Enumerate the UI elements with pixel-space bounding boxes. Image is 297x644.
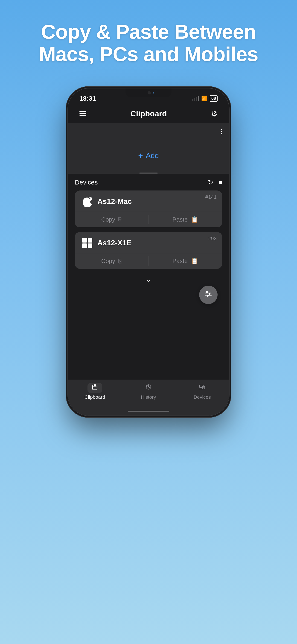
tab-icon-wrap-clipboard	[88, 383, 102, 393]
devices-actions: ↻ ≡	[208, 179, 222, 186]
tab-devices[interactable]: Devices	[186, 383, 218, 400]
paste-label-mac: Paste	[172, 216, 188, 223]
add-plus-icon: +	[138, 151, 143, 160]
battery-indicator: 68	[210, 95, 218, 102]
copy-icon-windows: ⎘	[118, 258, 122, 265]
status-right: 📶 68	[192, 95, 218, 102]
sliders-icon	[204, 290, 212, 300]
device-name-mac: As12-Mac	[98, 197, 132, 206]
devices-tab-icon	[199, 384, 205, 392]
clipboard-top-section: + Add	[68, 123, 229, 174]
status-bar: 18:31 📶 68	[68, 88, 229, 104]
hero-title: Copy & Paste Between Macs, PCs and Mobil…	[0, 21, 297, 66]
tab-bar: Clipboard	[68, 380, 229, 407]
phone-screen: 18:31 📶 68	[68, 88, 229, 416]
wifi-icon: 📶	[201, 96, 208, 102]
section-divider	[139, 172, 158, 174]
device-name-windows: As12-X1E	[98, 238, 132, 247]
device-id-mac: #141	[205, 194, 217, 200]
windows-device-icon	[81, 237, 93, 249]
filter-button[interactable]: ≡	[219, 179, 222, 186]
tab-clipboard[interactable]: Clipboard	[79, 383, 111, 400]
notch-sensor	[153, 92, 154, 94]
svg-point-5	[207, 295, 208, 297]
apple-device-icon	[81, 196, 93, 208]
home-indicator	[68, 407, 229, 416]
notch	[126, 88, 172, 97]
tab-icon-wrap-history	[141, 383, 156, 393]
copy-label-windows: Copy	[101, 258, 115, 265]
tab-label-clipboard: Clipboard	[84, 394, 105, 400]
notch-camera	[148, 91, 151, 94]
tab-history[interactable]: History	[132, 383, 164, 400]
device-actions-windows: Copy ⎘ Paste 📋	[75, 253, 222, 269]
device-card-windows: As12-X1E #93 Copy ⎘ Paste 📋	[75, 232, 222, 269]
paste-icon-mac: 📋	[191, 216, 198, 223]
copy-icon-mac: ⎘	[118, 216, 122, 223]
phone-mockup: 18:31 📶 68	[68, 88, 229, 416]
devices-header: Devices ↻ ≡	[75, 174, 222, 190]
device-actions-mac: Copy ⎘ Paste 📋	[75, 212, 222, 227]
paste-label-windows: Paste	[172, 258, 188, 265]
devices-section: Devices ↻ ≡	[68, 174, 229, 380]
copy-label-mac: Copy	[101, 216, 115, 223]
svg-point-1	[206, 291, 208, 293]
more-options-button[interactable]	[221, 127, 222, 136]
content-area: + Add Devices ↻ ≡	[68, 123, 229, 416]
settings-icon[interactable]: ⚙	[211, 110, 218, 118]
refresh-button[interactable]: ↻	[208, 179, 213, 186]
device-card-top-mac: As12-Mac #141	[75, 190, 222, 212]
paste-button-windows[interactable]: Paste 📋	[148, 253, 222, 269]
clipboard-tab-icon	[92, 384, 98, 392]
copy-button-windows[interactable]: Copy ⎘	[75, 253, 148, 269]
expand-button[interactable]: ⌄	[75, 274, 222, 286]
device-id-windows: #93	[208, 236, 217, 242]
home-bar	[128, 411, 169, 412]
paste-button-mac[interactable]: Paste 📋	[148, 212, 222, 227]
signal-dots-icon	[192, 96, 199, 101]
tab-label-devices: Devices	[194, 394, 211, 400]
add-label: Add	[146, 151, 159, 160]
status-time: 18:31	[80, 95, 96, 102]
settings-sliders-fab[interactable]	[199, 286, 218, 304]
history-tab-icon	[145, 384, 152, 392]
svg-rect-7	[94, 384, 96, 386]
phone-shell: 18:31 📶 68	[68, 88, 229, 416]
add-button[interactable]: + Add	[68, 151, 229, 160]
devices-label: Devices	[75, 179, 98, 186]
device-card-top-windows: As12-X1E #93	[75, 232, 222, 253]
menu-button[interactable]	[80, 111, 86, 116]
tab-label-history: History	[141, 394, 156, 400]
device-card-mac: As12-Mac #141 Copy ⎘ Paste 📋	[75, 190, 222, 227]
navigation-bar: Clipboard ⚙	[68, 104, 229, 123]
copy-button-mac[interactable]: Copy ⎘	[75, 212, 148, 227]
tab-icon-wrap-devices	[195, 383, 210, 393]
page-title: Clipboard	[130, 109, 167, 118]
svg-point-3	[208, 293, 210, 295]
fab-area	[75, 286, 222, 304]
paste-icon-windows: 📋	[191, 258, 198, 265]
